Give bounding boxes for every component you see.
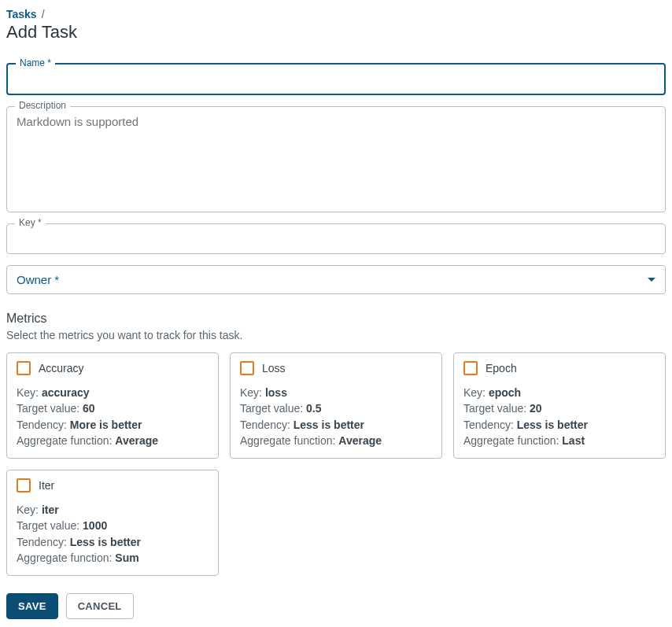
metric-card-epoch: Epoch Key: epoch Target value: 20 Tenden… — [453, 352, 666, 459]
metric-agg-line: Aggregate function: Last — [463, 433, 655, 448]
breadcrumb: Tasks / — [6, 8, 666, 20]
name-field-wrapper: Name * — [6, 63, 666, 95]
description-input[interactable] — [7, 107, 665, 209]
metric-card-loss: Loss Key: loss Target value: 0.5 Tendenc… — [230, 352, 442, 459]
metric-tendency-line: Tendency: Less is better — [240, 417, 432, 433]
cancel-button[interactable]: CANCEL — [66, 593, 134, 619]
metric-tendency-line: Tendency: Less is better — [17, 534, 209, 550]
description-label: Description — [15, 100, 70, 111]
breadcrumb-separator: / — [42, 8, 45, 20]
key-input[interactable] — [7, 224, 665, 253]
description-field-wrapper: Description — [6, 106, 666, 212]
owner-select-label: Owner * — [17, 273, 59, 286]
metric-target-line: Target value: 1000 — [17, 518, 209, 533]
chevron-down-icon — [648, 278, 655, 282]
metrics-subtitle: Select the metrics you want to track for… — [6, 329, 666, 341]
metric-target-line: Target value: 0.5 — [240, 400, 432, 416]
metric-checkbox-iter[interactable] — [17, 478, 31, 492]
metric-checkbox-accuracy[interactable] — [17, 361, 31, 375]
metric-name: Epoch — [486, 362, 517, 374]
metric-name: Loss — [262, 362, 286, 374]
key-label: Key * — [15, 217, 46, 228]
metric-key-line: Key: iter — [17, 502, 209, 518]
metric-agg-line: Aggregate function: Average — [240, 433, 432, 448]
key-field-wrapper: Key * — [6, 223, 666, 254]
metric-card-accuracy: Accuracy Key: accuracy Target value: 60 … — [6, 352, 219, 459]
breadcrumb-tasks-link[interactable]: Tasks — [6, 8, 37, 20]
metric-key-line: Key: epoch — [463, 385, 655, 400]
metric-tendency-line: Tendency: More is better — [17, 417, 209, 433]
metric-agg-line: Aggregate function: Sum — [17, 550, 209, 566]
metric-checkbox-loss[interactable] — [240, 361, 254, 375]
metric-target-line: Target value: 60 — [17, 400, 209, 416]
save-button[interactable]: SAVE — [6, 593, 58, 619]
metric-name: Accuracy — [39, 362, 84, 374]
metrics-title: Metrics — [6, 312, 666, 326]
metric-card-iter: Iter Key: iter Target value: 1000 Tenden… — [6, 470, 219, 576]
owner-select[interactable]: Owner * — [6, 265, 666, 294]
metric-checkbox-epoch[interactable] — [463, 361, 478, 375]
metric-key-line: Key: loss — [240, 385, 432, 400]
name-label: Name * — [16, 57, 55, 68]
metric-agg-line: Aggregate function: Average — [17, 433, 209, 448]
metric-name: Iter — [39, 479, 54, 492]
metrics-grid: Accuracy Key: accuracy Target value: 60 … — [6, 352, 666, 576]
action-bar: SAVE CANCEL — [6, 593, 666, 619]
metric-target-line: Target value: 20 — [463, 400, 655, 416]
page-title: Add Task — [6, 22, 666, 42]
metric-tendency-line: Tendency: Less is better — [463, 417, 655, 433]
metric-key-line: Key: accuracy — [17, 385, 209, 400]
name-input[interactable] — [8, 65, 664, 94]
